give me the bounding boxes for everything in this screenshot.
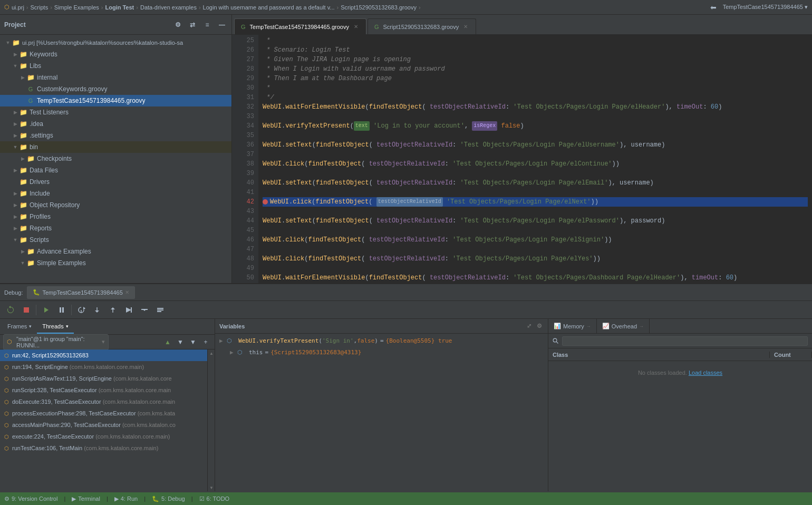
sidebar-title: Project bbox=[4, 21, 168, 28]
frame-icon-4: ⬡ bbox=[4, 399, 9, 405]
pause-button[interactable] bbox=[54, 303, 69, 317]
overhead-tab-label: Overhead bbox=[612, 323, 637, 329]
tree-profiles[interactable]: ▶ 📁 Profiles bbox=[0, 211, 231, 222]
tree-customkeywords[interactable]: G CustomKeywords.groovy bbox=[0, 83, 231, 95]
tree-testlisteners[interactable]: ▶ 📁 Test Listeners bbox=[0, 106, 231, 118]
tree-internal[interactable]: ▶ 📁 internal bbox=[0, 72, 231, 83]
todo-status[interactable]: ☑ 6: TODO bbox=[199, 496, 230, 502]
tree-idea-label: .idea bbox=[30, 120, 43, 128]
tree-scripts[interactable]: ▼ 📁 Scripts bbox=[0, 234, 231, 246]
frame-item-1[interactable]: ⬡ run:194, ScriptEngine (com.kms.katalon… bbox=[0, 361, 207, 373]
frames-tab[interactable]: Frames ▾ bbox=[2, 320, 37, 334]
debug-status-label: 5: Debug bbox=[161, 496, 185, 502]
breadcrumb-item-4[interactable]: Login Test bbox=[105, 4, 134, 11]
variables-settings-btn[interactable]: ⚙ bbox=[535, 322, 544, 331]
load-classes-link[interactable]: Load classes bbox=[689, 370, 722, 376]
tree-advanceexamples[interactable]: ▶ 📁 Advance Examples bbox=[0, 246, 231, 257]
breadcrumb-item-3[interactable]: Simple Examples bbox=[54, 4, 99, 11]
class-search-input[interactable] bbox=[562, 336, 808, 346]
tree-root[interactable]: ▼ 📁 ui.prj [%Users%trongbui%katalon%sour… bbox=[0, 37, 231, 48]
resume-button[interactable] bbox=[38, 303, 53, 317]
breadcrumb-item-2[interactable]: Scripts bbox=[31, 4, 49, 11]
overhead-tab[interactable]: 📈 Overhead → bbox=[597, 319, 650, 334]
breadcrumb-item-6[interactable]: Login with username and password as a de… bbox=[203, 4, 335, 11]
tree-include[interactable]: ▶ 📁 Include bbox=[0, 188, 231, 199]
version-control-status[interactable]: ⚙ 9: Version Control bbox=[4, 496, 57, 502]
breadcrumb-item-1[interactable]: ui.prj bbox=[12, 4, 24, 11]
restart-button[interactable] bbox=[3, 303, 18, 317]
frame-label-8: runTestCase:106, TestMain (com.kms.katal… bbox=[12, 445, 158, 451]
tree-settings[interactable]: ▶ 📁 .settings bbox=[0, 130, 231, 141]
tree-datafiles[interactable]: ▶ 📁 Data Files bbox=[0, 164, 231, 176]
frame-down-btn[interactable]: ▼ bbox=[175, 336, 186, 348]
tree-advanceexamples-label: Advance Examples bbox=[37, 248, 91, 255]
breadcrumb-item-7[interactable]: Script1529053132683.groovy bbox=[341, 4, 417, 11]
debug-status[interactable]: 🐛 5: Debug bbox=[152, 496, 185, 502]
run-to-cursor-button[interactable] bbox=[121, 303, 136, 317]
frame-item-0[interactable]: ⬡ run:42, Script1529053132683 bbox=[0, 349, 207, 361]
right-panel-tabs: 📊 Memory → 📈 Overhead → bbox=[548, 319, 812, 334]
variables-expand-btn[interactable]: ⤢ bbox=[525, 322, 533, 331]
breadcrumb-back-btn[interactable]: ⬅ bbox=[710, 3, 717, 12]
code-content[interactable]: * * Scenario: Login Test * Given The JIR… bbox=[258, 35, 812, 283]
tree-simpleexamples[interactable]: ▼ 📁 Simple Examples bbox=[0, 257, 231, 269]
frame-up-btn[interactable]: ▲ bbox=[162, 336, 173, 348]
var-item-0[interactable]: ▶ ⬡ WebUI.verifyTextPresent ( 'Sign in' … bbox=[215, 335, 548, 346]
threads-tab[interactable]: Threads ▾ bbox=[37, 320, 73, 334]
tree-bin[interactable]: ▼ 📁 bin bbox=[0, 141, 231, 153]
tab-temptestcase-close[interactable]: ✕ bbox=[352, 23, 360, 31]
tree-idea[interactable]: ▶ 📁 .idea bbox=[0, 118, 231, 130]
memory-tab-arrow: → bbox=[586, 324, 591, 329]
breadcrumb-item-5[interactable]: Data-driven examples bbox=[140, 4, 197, 11]
frame-filter-btn[interactable]: ▼ bbox=[187, 336, 199, 348]
run-status[interactable]: ▶ 4: Run bbox=[114, 496, 138, 502]
terminal-status[interactable]: ▶ Terminal bbox=[72, 496, 100, 502]
svg-line-18 bbox=[556, 342, 558, 343]
frame-item-3[interactable]: ⬡ runScript:328, TestCaseExecutor (com.k… bbox=[0, 384, 207, 396]
frame-item-4[interactable]: ⬡ doExecute:319, TestCaseExecutor (com.k… bbox=[0, 396, 207, 407]
breakpoint-42[interactable] bbox=[263, 199, 268, 205]
tree-temptestcase[interactable]: G TempTestCase1545713984465.groovy bbox=[0, 95, 231, 106]
tree-libs[interactable]: ▼ 📁 Libs bbox=[0, 60, 231, 72]
project-tree: ▼ 📁 ui.prj [%Users%trongbui%katalon%sour… bbox=[0, 35, 231, 283]
tab-temptestcase[interactable]: G TempTestCase1545713984465.groovy ✕ bbox=[234, 18, 366, 34]
scroll-down-btn[interactable]: ▼ bbox=[208, 484, 215, 491]
step-out-button[interactable] bbox=[105, 303, 120, 317]
settings-icon[interactable]: ⚙ bbox=[172, 20, 183, 30]
tree-checkpoints[interactable]: ▶ 📁 Checkpoints bbox=[0, 153, 231, 164]
frame-item-6[interactable]: ⬡ accessMainPhase:290, TestCaseExecutor … bbox=[0, 419, 207, 431]
tree-keywords[interactable]: ▶ 📁 Keywords bbox=[0, 48, 231, 60]
step-over-button[interactable] bbox=[74, 303, 89, 317]
var-val-1: {Script1529053132683@4313} bbox=[270, 349, 361, 356]
var-name-0: WebUI.verifyTextPresent bbox=[238, 337, 318, 344]
code-editor[interactable]: 25 26 27 28 29 30 31 32 33 34 35 36 37 3… bbox=[232, 35, 812, 283]
var-item-1[interactable]: ▶ ⬡ this = {Script1529053132683@4313} bbox=[215, 346, 548, 358]
frame-icon-8: ⬡ bbox=[4, 445, 9, 451]
sync-icon[interactable]: ⇄ bbox=[187, 20, 198, 30]
memory-tab[interactable]: 📊 Memory → bbox=[548, 319, 597, 334]
threads-tab-arrow: ▾ bbox=[66, 324, 69, 329]
stop-button[interactable] bbox=[19, 303, 34, 317]
thread-selector[interactable]: ⬡ "main"@1 in group "main": RUNNI... ▾ bbox=[3, 334, 109, 350]
frame-item-8[interactable]: ⬡ runTestCase:106, TestMain (com.kms.kat… bbox=[0, 442, 207, 454]
frame-item-5[interactable]: ⬡ processExecutionPhase:298, TestCaseExe… bbox=[0, 407, 207, 419]
tab-script[interactable]: G Script1529053132683.groovy ✕ bbox=[368, 18, 476, 34]
tree-objectrepository[interactable]: ▶ 📁 Object Repository bbox=[0, 199, 231, 211]
scroll-up-btn[interactable]: ▲ bbox=[208, 349, 215, 357]
config-icon[interactable]: ≡ bbox=[202, 20, 212, 30]
tree-objectrepository-label: Object Repository bbox=[30, 201, 80, 209]
tree-drivers[interactable]: 📁 Drivers bbox=[0, 176, 231, 188]
code-line-35 bbox=[263, 131, 808, 140]
frame-add-btn[interactable]: + bbox=[200, 336, 211, 348]
dropdown-selector[interactable]: TempTestCase1545713984465 ▾ bbox=[723, 4, 808, 11]
minimize-icon[interactable]: — bbox=[217, 20, 227, 30]
tree-reports[interactable]: ▶ 📁 Reports bbox=[0, 222, 231, 234]
drop-frame-button[interactable] bbox=[137, 303, 152, 317]
frame-item-7[interactable]: ⬡ execute:224, TestCaseExecutor (com.kms… bbox=[0, 431, 207, 442]
tab-script-close[interactable]: ✕ bbox=[462, 23, 469, 31]
debug-tab-temptestcase[interactable]: 🐛 TempTestCase1545713984465 ✕ bbox=[27, 286, 134, 299]
debug-tab-close[interactable]: ✕ bbox=[125, 289, 129, 295]
step-into-button[interactable] bbox=[90, 303, 104, 317]
frame-item-2[interactable]: ⬡ runScriptAsRawText:119, ScriptEngine (… bbox=[0, 373, 207, 384]
eval-expr-button[interactable] bbox=[153, 303, 168, 317]
